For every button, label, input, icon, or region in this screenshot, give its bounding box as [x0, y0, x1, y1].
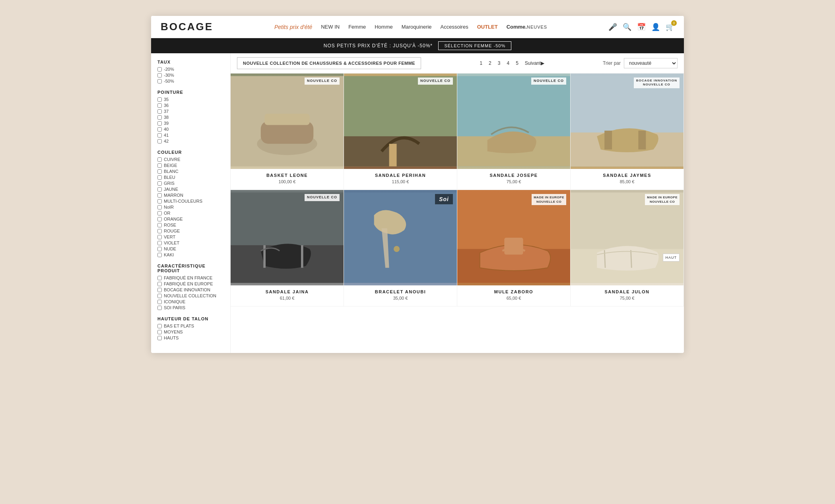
checkbox-taux-30[interactable]: [157, 73, 162, 78]
filter-noir[interactable]: NoIR: [157, 205, 224, 209]
nav-accessoires[interactable]: Accessoires: [441, 24, 468, 30]
filter-beige[interactable]: BEIGE: [157, 163, 224, 168]
filter-or[interactable]: OR: [157, 211, 224, 215]
checkbox-taux-50[interactable]: [157, 79, 162, 83]
filter-violet[interactable]: VIOLET: [157, 240, 224, 245]
checkbox-taux-20[interactable]: [157, 67, 162, 72]
badge-julon: MADE IN EUROPENOUVELLE CO: [645, 194, 680, 205]
page-2[interactable]: 2: [487, 60, 493, 67]
page-3[interactable]: 3: [496, 60, 503, 67]
search-icon[interactable]: 🔍: [623, 23, 631, 31]
product-info-perihan: SANDALE PERIHAN 115,00 €: [344, 169, 457, 190]
checkbox-41[interactable]: [157, 133, 162, 138]
product-info-josepe: SANDALE JOSEPE 75,00 €: [457, 169, 570, 190]
checkbox-42[interactable]: [157, 139, 162, 143]
calendar-icon[interactable]: 📅: [637, 23, 646, 31]
filter-hauteur-title: HAUTEUR DE TALON: [157, 316, 224, 321]
sort-select[interactable]: nouveauté prix croissant prix décroissan…: [624, 58, 678, 68]
product-name-zaboro: MULE ZABORO: [461, 289, 566, 294]
badge-anoubi: Soi: [435, 194, 453, 204]
filter-pointure-39[interactable]: 39: [157, 121, 224, 126]
filter-gris[interactable]: GRIS: [157, 181, 224, 186]
product-mule-zaboro[interactable]: MADE IN EUROPENOUVELLE CO MULE ZABORO 65…: [457, 190, 571, 306]
filter-rouge[interactable]: ROUGE: [157, 229, 224, 233]
promo-banner: NOS PETITS PRIX D'ÉTÉ : JUSQU'À -50%* SÉ…: [151, 38, 684, 53]
filter-moyens[interactable]: MOYENS: [157, 330, 224, 334]
page-4[interactable]: 4: [505, 60, 511, 67]
filter-hauts[interactable]: HAUTS: [157, 335, 224, 340]
product-sandale-julon[interactable]: HAUT MADE IN EUROPENOUVELLE CO SANDALE J…: [571, 190, 684, 306]
nav-petits-prix[interactable]: Petits prix d'été: [274, 24, 312, 30]
checkbox-40[interactable]: [157, 127, 162, 132]
nav-femme[interactable]: Femme: [348, 24, 366, 30]
filter-taux-50[interactable]: -50%: [157, 79, 224, 83]
filter-pointure-36[interactable]: 36: [157, 103, 224, 108]
filter-nouvelle-collection[interactable]: NOUVELLE COLLECTION: [157, 293, 224, 298]
promo-banner-btn[interactable]: SÉLECTION FEMME -50%: [438, 41, 511, 50]
cart-icon[interactable]: 🛒 0: [666, 23, 674, 31]
product-img-perihan: [344, 74, 457, 169]
nav-maroquinerie[interactable]: Maroquinerie: [402, 24, 432, 30]
checkbox-38[interactable]: [157, 115, 162, 120]
filter-pointure-35[interactable]: 35: [157, 97, 224, 102]
product-sandale-josepe[interactable]: NOUVELLE CO SANDALE JOSEPE 75,00 €: [457, 74, 571, 190]
product-name-anoubi: BRACELET ANOUBI: [348, 289, 453, 294]
filter-cuivre[interactable]: CUIVRE: [157, 157, 224, 162]
badge-zaboro: MADE IN EUROPENOUVELLE CO: [532, 194, 566, 205]
filter-kaki[interactable]: KAKI: [157, 252, 224, 257]
nav-homme[interactable]: Homme: [375, 24, 393, 30]
page-1[interactable]: 1: [478, 60, 484, 67]
filter-multi-couleurs[interactable]: MULTI-COULEURS: [157, 199, 224, 204]
filter-caracteristique: CARACTÉRISTIQUE PRODUIT FABRIQUÉ EN FRAN…: [157, 264, 224, 310]
product-price-basket-leone: 100,00 €: [235, 179, 340, 184]
product-price-zaboro: 65,00 €: [461, 296, 566, 300]
filter-orange[interactable]: ORANGE: [157, 217, 224, 221]
filter-taux-30[interactable]: -30%: [157, 73, 224, 78]
checkbox-36[interactable]: [157, 103, 162, 108]
collection-header: NOUVELLE COLLECTION DE CHAUSSURES & ACCE…: [231, 53, 684, 74]
page-5[interactable]: 5: [514, 60, 520, 67]
filter-fabrique-europe[interactable]: FABRIQUÉ EN EUROPE: [157, 281, 224, 286]
promo-text: NOS PETITS PRIX D'ÉTÉ : JUSQU'À -50%*: [324, 43, 433, 48]
account-icon[interactable]: 👤: [651, 23, 660, 31]
filter-pointure-40[interactable]: 40: [157, 127, 224, 132]
filter-nude[interactable]: NUDE: [157, 246, 224, 251]
checkbox-37[interactable]: [157, 109, 162, 114]
mic-icon[interactable]: 🎤: [608, 23, 617, 31]
filter-iconique[interactable]: ICONIQUE: [157, 299, 224, 304]
product-basket-leone[interactable]: NOUVELLE CO BASKET LEONE 100,00 €: [231, 74, 344, 190]
checkbox-39[interactable]: [157, 121, 162, 126]
nav-new-in[interactable]: NEW IN: [321, 24, 340, 30]
filter-marron[interactable]: MARRON: [157, 193, 224, 198]
svg-rect-6: [389, 144, 397, 167]
filter-jaune[interactable]: JAUNE: [157, 187, 224, 192]
product-bracelet-anoubi[interactable]: Soi BRACELET ANOUBI 35,00 €: [344, 190, 457, 306]
filter-taux: TAUX -20% -30% -50%: [157, 60, 224, 83]
filter-bas-plats[interactable]: BAS ET PLATS: [157, 324, 224, 328]
filter-pointure-41[interactable]: 41: [157, 133, 224, 138]
filter-bleu[interactable]: BLEU: [157, 175, 224, 180]
logo[interactable]: BOCAGE: [161, 21, 213, 33]
nav-comme-neuves[interactable]: Comme.NEUVES: [507, 24, 548, 30]
product-name-josepe: SANDALE JOSEPE: [461, 173, 566, 178]
badge-jaina: NOUVELLE CO: [305, 194, 340, 201]
filter-fabrique-france[interactable]: FABRIQUÉ EN FRANCE: [157, 275, 224, 280]
product-sandale-jaina[interactable]: NOUVELLE CO SANDALE JAINA 61,00 €: [231, 190, 344, 306]
nav-outlet[interactable]: OUTLET: [477, 24, 498, 30]
product-sandale-jaymes[interactable]: BOCAGE INNOVATIONNOUVELLE CO SANDALE JAY…: [571, 74, 684, 190]
filter-soi-paris[interactable]: SOI PARIS: [157, 305, 224, 310]
filter-pointure-38[interactable]: 38: [157, 115, 224, 120]
filter-rose[interactable]: ROSE: [157, 223, 224, 227]
page-next[interactable]: Suivant▶: [523, 60, 546, 67]
product-price-josepe: 75,00 €: [461, 179, 566, 184]
filter-taux-20[interactable]: -20%: [157, 67, 224, 72]
filter-blanc[interactable]: BLANC: [157, 169, 224, 174]
checkbox-35[interactable]: [157, 97, 162, 102]
filter-bocage-innovation[interactable]: BOCAGE INNOVATION: [157, 287, 224, 292]
product-sandale-perihan[interactable]: NOUVELLE CO SANDALE PERIHAN 115,00 €: [344, 74, 457, 190]
filter-pointure-42[interactable]: 42: [157, 139, 224, 143]
filter-vert[interactable]: VERT: [157, 235, 224, 239]
filter-taux-title: TAUX: [157, 60, 224, 64]
sort-area: Trier par nouveauté prix croissant prix …: [603, 58, 678, 68]
filter-pointure-37[interactable]: 37: [157, 109, 224, 114]
